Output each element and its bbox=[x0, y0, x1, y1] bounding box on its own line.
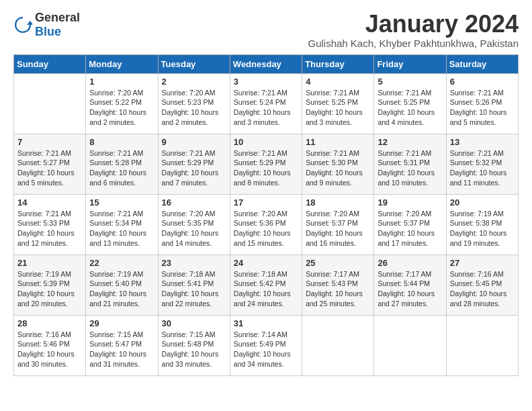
day-number: 5 bbox=[378, 77, 442, 87]
header-saturday: Saturday bbox=[446, 54, 518, 73]
day-number: 7 bbox=[17, 137, 82, 147]
calendar-cell: 27Sunrise: 7:16 AM Sunset: 5:45 PM Dayli… bbox=[446, 255, 518, 315]
title-block: January 2024 Gulishah Kach, Khyber Pakht… bbox=[308, 11, 519, 49]
calendar-table: SundayMondayTuesdayWednesdayThursdayFrid… bbox=[13, 54, 519, 376]
logo: General Blue bbox=[13, 11, 80, 39]
day-number: 31 bbox=[234, 318, 298, 328]
week-row-3: 21Sunrise: 7:19 AM Sunset: 5:39 PM Dayli… bbox=[14, 255, 519, 315]
day-info: Sunrise: 7:15 AM Sunset: 5:48 PM Dayligh… bbox=[162, 330, 226, 369]
header-row: SundayMondayTuesdayWednesdayThursdayFrid… bbox=[14, 54, 519, 73]
day-number: 6 bbox=[450, 77, 515, 87]
logo-general: General bbox=[35, 11, 80, 24]
calendar-cell: 18Sunrise: 7:20 AM Sunset: 5:37 PM Dayli… bbox=[302, 194, 374, 255]
day-info: Sunrise: 7:17 AM Sunset: 5:44 PM Dayligh… bbox=[378, 269, 442, 309]
calendar-cell: 23Sunrise: 7:18 AM Sunset: 5:41 PM Dayli… bbox=[158, 255, 230, 315]
day-info: Sunrise: 7:21 AM Sunset: 5:29 PM Dayligh… bbox=[162, 148, 226, 188]
day-number: 17 bbox=[234, 197, 298, 208]
day-info: Sunrise: 7:20 AM Sunset: 5:36 PM Dayligh… bbox=[234, 209, 298, 248]
calendar-cell: 2Sunrise: 7:20 AM Sunset: 5:23 PM Daylig… bbox=[158, 73, 230, 134]
day-number: 15 bbox=[89, 197, 154, 208]
day-number: 22 bbox=[89, 258, 154, 268]
calendar-cell: 22Sunrise: 7:19 AM Sunset: 5:40 PM Dayli… bbox=[86, 255, 158, 315]
page-header: General Blue January 2024 Gulishah Kach,… bbox=[13, 11, 519, 49]
header-tuesday: Tuesday bbox=[158, 54, 230, 73]
header-monday: Monday bbox=[86, 54, 158, 73]
calendar-cell: 7Sunrise: 7:21 AM Sunset: 5:27 PM Daylig… bbox=[14, 134, 86, 194]
calendar-cell: 16Sunrise: 7:20 AM Sunset: 5:35 PM Dayli… bbox=[158, 194, 230, 255]
header-sunday: Sunday bbox=[14, 54, 86, 73]
day-number: 1 bbox=[89, 77, 154, 87]
day-number: 23 bbox=[162, 258, 226, 268]
week-row-1: 7Sunrise: 7:21 AM Sunset: 5:27 PM Daylig… bbox=[14, 134, 519, 194]
day-info: Sunrise: 7:19 AM Sunset: 5:38 PM Dayligh… bbox=[450, 209, 515, 248]
calendar-cell: 10Sunrise: 7:21 AM Sunset: 5:29 PM Dayli… bbox=[230, 134, 302, 194]
calendar-cell: 6Sunrise: 7:21 AM Sunset: 5:26 PM Daylig… bbox=[446, 73, 518, 134]
day-info: Sunrise: 7:15 AM Sunset: 5:47 PM Dayligh… bbox=[89, 330, 154, 369]
day-info: Sunrise: 7:19 AM Sunset: 5:40 PM Dayligh… bbox=[89, 269, 154, 309]
day-info: Sunrise: 7:21 AM Sunset: 5:31 PM Dayligh… bbox=[378, 148, 442, 188]
header-wednesday: Wednesday bbox=[230, 54, 302, 73]
calendar-cell: 13Sunrise: 7:21 AM Sunset: 5:32 PM Dayli… bbox=[446, 134, 518, 194]
day-info: Sunrise: 7:18 AM Sunset: 5:41 PM Dayligh… bbox=[162, 269, 226, 309]
calendar-cell: 5Sunrise: 7:21 AM Sunset: 5:25 PM Daylig… bbox=[374, 73, 446, 134]
day-number: 24 bbox=[234, 258, 298, 268]
day-info: Sunrise: 7:21 AM Sunset: 5:24 PM Dayligh… bbox=[234, 88, 298, 128]
calendar-cell: 11Sunrise: 7:21 AM Sunset: 5:30 PM Dayli… bbox=[302, 134, 374, 194]
calendar-cell bbox=[302, 315, 374, 375]
day-number: 12 bbox=[378, 137, 442, 147]
day-info: Sunrise: 7:20 AM Sunset: 5:22 PM Dayligh… bbox=[89, 88, 154, 128]
day-info: Sunrise: 7:16 AM Sunset: 5:46 PM Dayligh… bbox=[17, 330, 82, 369]
day-info: Sunrise: 7:16 AM Sunset: 5:45 PM Dayligh… bbox=[450, 269, 515, 309]
week-row-2: 14Sunrise: 7:21 AM Sunset: 5:33 PM Dayli… bbox=[14, 194, 519, 255]
day-number: 11 bbox=[306, 137, 370, 147]
calendar-cell: 14Sunrise: 7:21 AM Sunset: 5:33 PM Dayli… bbox=[14, 194, 86, 255]
calendar-cell: 25Sunrise: 7:17 AM Sunset: 5:43 PM Dayli… bbox=[302, 255, 374, 315]
logo-text: General Blue bbox=[35, 11, 80, 39]
calendar-cell: 30Sunrise: 7:15 AM Sunset: 5:48 PM Dayli… bbox=[158, 315, 230, 375]
svg-marker-0 bbox=[27, 21, 32, 25]
day-number: 3 bbox=[234, 77, 298, 87]
logo-blue: Blue bbox=[35, 25, 61, 38]
header-thursday: Thursday bbox=[302, 54, 374, 73]
day-number: 20 bbox=[450, 197, 515, 208]
calendar-cell: 24Sunrise: 7:18 AM Sunset: 5:42 PM Dayli… bbox=[230, 255, 302, 315]
calendar-cell: 12Sunrise: 7:21 AM Sunset: 5:31 PM Dayli… bbox=[374, 134, 446, 194]
day-number: 21 bbox=[17, 258, 82, 268]
day-info: Sunrise: 7:21 AM Sunset: 5:28 PM Dayligh… bbox=[89, 148, 154, 188]
calendar-cell: 19Sunrise: 7:20 AM Sunset: 5:37 PM Dayli… bbox=[374, 194, 446, 255]
day-number: 10 bbox=[234, 137, 298, 147]
day-number: 8 bbox=[89, 137, 154, 147]
day-info: Sunrise: 7:18 AM Sunset: 5:42 PM Dayligh… bbox=[234, 269, 298, 309]
day-number: 29 bbox=[89, 318, 154, 328]
calendar-cell: 3Sunrise: 7:21 AM Sunset: 5:24 PM Daylig… bbox=[230, 73, 302, 134]
calendar-cell: 4Sunrise: 7:21 AM Sunset: 5:25 PM Daylig… bbox=[302, 73, 374, 134]
day-info: Sunrise: 7:21 AM Sunset: 5:34 PM Dayligh… bbox=[89, 209, 154, 248]
day-number: 26 bbox=[378, 258, 442, 268]
day-number: 27 bbox=[450, 258, 515, 268]
logo-icon bbox=[13, 15, 32, 34]
day-number: 13 bbox=[450, 137, 515, 147]
calendar-cell: 31Sunrise: 7:14 AM Sunset: 5:49 PM Dayli… bbox=[230, 315, 302, 375]
calendar-cell: 21Sunrise: 7:19 AM Sunset: 5:39 PM Dayli… bbox=[14, 255, 86, 315]
calendar-cell bbox=[446, 315, 518, 375]
calendar-cell bbox=[14, 73, 86, 134]
day-number: 19 bbox=[378, 197, 442, 208]
day-info: Sunrise: 7:21 AM Sunset: 5:25 PM Dayligh… bbox=[306, 88, 370, 128]
day-number: 4 bbox=[306, 77, 370, 87]
day-info: Sunrise: 7:21 AM Sunset: 5:26 PM Dayligh… bbox=[450, 88, 515, 128]
day-info: Sunrise: 7:14 AM Sunset: 5:49 PM Dayligh… bbox=[234, 330, 298, 369]
calendar-cell: 1Sunrise: 7:20 AM Sunset: 5:22 PM Daylig… bbox=[86, 73, 158, 134]
day-info: Sunrise: 7:20 AM Sunset: 5:35 PM Dayligh… bbox=[162, 209, 226, 248]
calendar-subtitle: Gulishah Kach, Khyber Pakhtunkhwa, Pakis… bbox=[308, 38, 519, 49]
week-row-0: 1Sunrise: 7:20 AM Sunset: 5:22 PM Daylig… bbox=[14, 73, 519, 134]
week-row-4: 28Sunrise: 7:16 AM Sunset: 5:46 PM Dayli… bbox=[14, 315, 519, 375]
day-info: Sunrise: 7:19 AM Sunset: 5:39 PM Dayligh… bbox=[17, 269, 82, 309]
day-info: Sunrise: 7:20 AM Sunset: 5:37 PM Dayligh… bbox=[306, 209, 370, 248]
day-number: 2 bbox=[162, 77, 226, 87]
day-info: Sunrise: 7:20 AM Sunset: 5:23 PM Dayligh… bbox=[162, 88, 226, 128]
header-friday: Friday bbox=[374, 54, 446, 73]
calendar-cell: 9Sunrise: 7:21 AM Sunset: 5:29 PM Daylig… bbox=[158, 134, 230, 194]
calendar-cell: 26Sunrise: 7:17 AM Sunset: 5:44 PM Dayli… bbox=[374, 255, 446, 315]
calendar-cell: 28Sunrise: 7:16 AM Sunset: 5:46 PM Dayli… bbox=[14, 315, 86, 375]
day-number: 30 bbox=[162, 318, 226, 328]
